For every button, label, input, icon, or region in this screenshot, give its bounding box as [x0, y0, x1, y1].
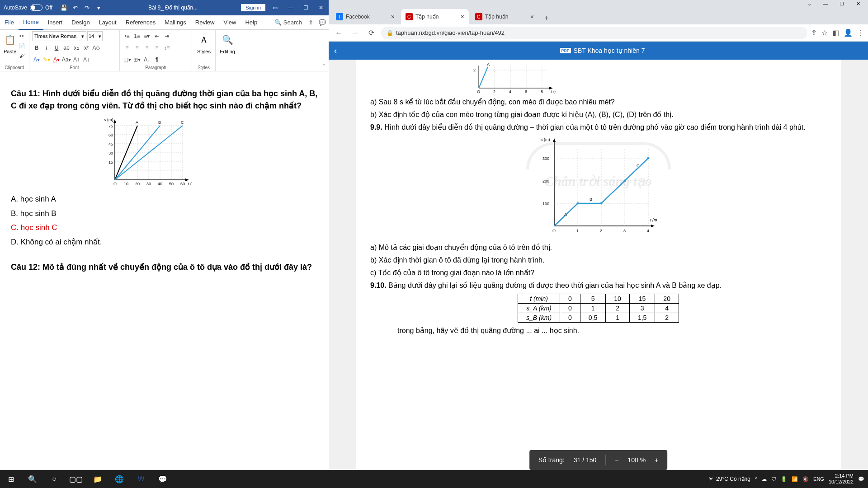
- format-painter-icon[interactable]: 🖌: [17, 52, 26, 61]
- menu-icon[interactable]: ⋮: [857, 28, 864, 37]
- ribbon-display-icon[interactable]: ▭: [267, 0, 283, 15]
- explorer-icon[interactable]: 📁: [87, 470, 108, 488]
- profile-icon[interactable]: 👤: [844, 28, 853, 37]
- onedrive-icon[interactable]: ☁: [762, 476, 767, 482]
- taskview-icon[interactable]: ▢▢: [65, 470, 87, 488]
- cortana-icon[interactable]: ○: [43, 470, 65, 488]
- qat-more-icon[interactable]: ▾: [94, 3, 104, 13]
- minimize-icon[interactable]: —: [283, 0, 298, 15]
- tab-references[interactable]: References: [121, 15, 160, 30]
- tab-review[interactable]: Review: [191, 15, 219, 30]
- tab-taphuan-2[interactable]: G Tập huấn ×: [471, 9, 538, 24]
- borders-icon[interactable]: ⊞▾: [132, 55, 142, 64]
- save-icon[interactable]: 💾: [59, 3, 69, 13]
- font-size-select[interactable]: 14▾: [87, 31, 103, 41]
- new-tab-button[interactable]: +: [540, 12, 553, 24]
- tab-facebook[interactable]: f Facebook ×: [331, 9, 399, 24]
- search-button[interactable]: 🔍: [22, 470, 43, 488]
- close-icon[interactable]: ✕: [313, 0, 329, 15]
- clear-format-icon[interactable]: A◇: [92, 43, 101, 52]
- font-name-select[interactable]: Times New Roman▾: [32, 31, 86, 41]
- battery-icon[interactable]: 🔋: [781, 476, 787, 482]
- tab-file[interactable]: File: [0, 15, 19, 30]
- forward-button[interactable]: →: [349, 27, 361, 39]
- volume-icon[interactable]: 🔇: [802, 476, 809, 482]
- language-indicator[interactable]: ENG: [813, 476, 824, 482]
- pdf-viewport[interactable]: A2 O2468 t (s) a) Sau 8 s kể từ lúc bắt …: [329, 60, 868, 488]
- tab-layout[interactable]: Layout: [94, 15, 121, 30]
- autosave-toggle[interactable]: AutoSave Off: [0, 5, 56, 11]
- search-button[interactable]: 🔍Search: [271, 19, 306, 26]
- close-tab-icon[interactable]: ×: [530, 13, 534, 20]
- decrease-indent-icon[interactable]: ⇤: [152, 32, 161, 41]
- tab-home[interactable]: Home: [19, 15, 43, 30]
- collapse-ribbon-icon[interactable]: ⌃: [322, 63, 326, 69]
- justify-icon[interactable]: ≡: [152, 43, 161, 52]
- align-left-icon[interactable]: ≡: [123, 43, 132, 52]
- address-bar[interactable]: 🔒 taphuan.nxbgd.vn/giao-vien/tap-huan/49…: [381, 27, 807, 39]
- reload-button[interactable]: ⟳: [365, 27, 377, 39]
- tab-taphuan-active[interactable]: G Tập huấn ×: [401, 9, 469, 24]
- tab-design[interactable]: Design: [67, 15, 94, 30]
- tab-insert[interactable]: Insert: [43, 15, 67, 30]
- share-icon[interactable]: ⇪: [306, 19, 316, 26]
- start-button[interactable]: ⊞: [0, 470, 22, 488]
- close-tab-icon[interactable]: ×: [391, 13, 395, 20]
- bold-icon[interactable]: B: [32, 43, 41, 52]
- subscript-icon[interactable]: x₂: [72, 43, 81, 52]
- pdf-back-button[interactable]: ‹: [334, 46, 337, 56]
- show-marks-icon[interactable]: ¶: [152, 55, 161, 64]
- copy-icon[interactable]: 📄: [17, 42, 26, 51]
- maximize-icon[interactable]: ☐: [298, 0, 313, 15]
- tab-view[interactable]: View: [219, 15, 241, 30]
- text-effects-icon[interactable]: A▾: [32, 55, 41, 64]
- document-page[interactable]: Câu 11: Hình dưới biểu diễn đồ thị quãng…: [0, 71, 329, 477]
- minimize-icon[interactable]: —: [817, 1, 834, 6]
- tray-chevron-icon[interactable]: ^: [755, 476, 757, 482]
- editing-button[interactable]: 🔍 Editing: [218, 31, 236, 54]
- document-area[interactable]: Câu 11: Hình dưới biểu diễn đồ thị quãng…: [0, 71, 329, 477]
- tab-mailings[interactable]: Mailings: [160, 15, 191, 30]
- page-number[interactable]: 31 / 150: [574, 456, 597, 464]
- italic-icon[interactable]: I: [42, 43, 51, 52]
- zoom-out-icon[interactable]: −: [615, 456, 618, 464]
- paste-button[interactable]: 📋 Paste: [3, 31, 17, 70]
- align-right-icon[interactable]: ≡: [142, 43, 151, 52]
- sidepanel-icon[interactable]: ◧: [832, 28, 839, 37]
- shield-icon[interactable]: 🛡: [771, 476, 776, 482]
- share-icon[interactable]: ⇪: [811, 28, 817, 37]
- signin-button[interactable]: Sign in: [241, 4, 265, 11]
- cut-icon[interactable]: ✂: [17, 32, 26, 41]
- wifi-icon[interactable]: 📶: [792, 476, 798, 482]
- maximize-icon[interactable]: ☐: [834, 1, 850, 7]
- close-tab-icon[interactable]: ×: [461, 13, 464, 20]
- styles-button[interactable]: Ａ Styles: [195, 31, 213, 54]
- weather-widget[interactable]: ☀ 29°C Có nắng: [708, 476, 750, 482]
- superscript-icon[interactable]: x²: [82, 43, 91, 52]
- sort-icon[interactable]: A↓: [142, 55, 151, 64]
- shading-icon[interactable]: ◫▾: [123, 55, 132, 64]
- chrome-icon[interactable]: 🌐: [108, 470, 130, 488]
- change-case-icon[interactable]: Aa▾: [62, 55, 71, 64]
- strikethrough-icon[interactable]: ab: [62, 43, 71, 52]
- line-spacing-icon[interactable]: ↕≡: [162, 43, 171, 52]
- numbering-icon[interactable]: 1≡: [132, 32, 142, 41]
- align-center-icon[interactable]: ≡: [132, 43, 142, 52]
- redo-icon[interactable]: ↷: [82, 3, 92, 13]
- notifications-icon[interactable]: 💬: [858, 476, 864, 482]
- close-icon[interactable]: ✕: [850, 1, 866, 7]
- increase-indent-icon[interactable]: ⇥: [162, 32, 171, 41]
- teams-icon[interactable]: 💬: [152, 470, 174, 488]
- chevron-down-icon[interactable]: ⌄: [801, 1, 817, 7]
- multilevel-icon[interactable]: ≡▾: [142, 32, 151, 41]
- tab-help[interactable]: Help: [241, 15, 262, 30]
- word-icon[interactable]: W: [130, 470, 152, 488]
- zoom-level[interactable]: 100 %: [627, 456, 646, 464]
- clock[interactable]: 2:14 PM 10/12/2022: [829, 473, 854, 485]
- comments-icon[interactable]: 💬: [316, 19, 329, 26]
- font-color-icon[interactable]: A▾: [52, 55, 61, 64]
- undo-icon[interactable]: ↶: [71, 3, 80, 13]
- zoom-in-icon[interactable]: +: [655, 456, 658, 464]
- shrink-font-icon[interactable]: A↓: [82, 55, 91, 64]
- bookmark-icon[interactable]: ☆: [821, 28, 828, 37]
